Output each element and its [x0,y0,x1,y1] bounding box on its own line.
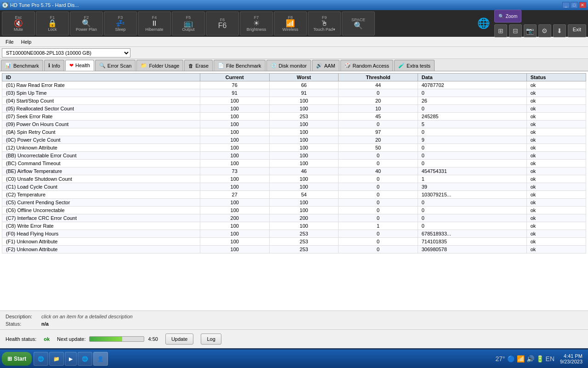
tab-benchmark[interactable]: 📊 Benchmark [1,60,43,71]
fkey-f5[interactable]: F5 📺 Output [172,12,205,35]
cell-data: 26 [418,97,526,105]
update-button[interactable]: Update [165,334,193,345]
fkey-f2[interactable]: F2 🔍 Power Plan [70,12,103,35]
fkey-f8[interactable]: F8 📶 Wireless [274,12,307,35]
cell-id: (03) Spin Up Time [2,89,200,97]
cell-threshold: 20 [339,97,418,105]
cell-data: 0 [418,160,526,167]
cell-current: 27 [200,191,269,199]
tab-folder-usage[interactable]: 📁 Folder Usage [136,60,183,71]
title-text: HD Tune Pro 5.75 - Hard Dis... [10,2,79,8]
cell-status: ok [526,167,586,175]
fkey-f4[interactable]: F4 ⏸ Hibernate [138,12,171,35]
cursor-btn[interactable]: ⚙ [538,24,551,37]
cell-current: 100 [200,113,269,121]
tab-erase[interactable]: 🗑 Erase [184,60,213,71]
table-row[interactable]: (05) Reallocated Sector Count 100 100 10… [2,105,586,113]
table-row[interactable]: (BB) Uncorrectable Error Count 100 100 0… [2,152,586,160]
fkey-f1[interactable]: F1 🔒 Lock [36,12,69,35]
table-row[interactable]: (C0) Unsafe Shutdown Count 100 100 0 1 o… [2,175,586,183]
drive-selector[interactable]: ST10000NE0008-2PL103 (10000 GB) [2,48,130,58]
tab-error-scan[interactable]: 🔍 Error Scan [95,60,136,71]
cell-id: (C5) Current Pending Sector [2,199,200,207]
tab-aam[interactable]: 🔊 AAM [312,60,339,71]
log-button[interactable]: Log [201,334,221,345]
table-row[interactable]: (C1) Load Cycle Count 100 100 0 39 ok [2,183,586,191]
header-status: Status [526,74,586,81]
table-row[interactable]: (07) Seek Error Rate 100 253 45 245285 o… [2,113,586,121]
cell-worst: 66 [269,81,339,89]
zoom-button[interactable]: 🔍 Zoom [494,10,522,23]
cell-threshold: 45 [339,113,418,121]
cell-data: 1 [418,175,526,183]
cell-threshold: 1 [339,222,418,230]
table-row[interactable]: (12) Unknown Attribute 100 100 50 0 ok [2,144,586,152]
taskbar-ie[interactable]: 🌐 [34,352,48,366]
taskbar-hdtune[interactable]: 👤 [93,352,108,366]
table-row[interactable]: (C8) Write Error Rate 100 100 1 0 ok [2,222,586,230]
fkey-bar: Esc 🔇 Mute F1 🔒 Lock F2 🔍 Power Plan F3 … [0,10,588,37]
table-row[interactable]: (F2) Unknown Attribute 100 253 0 3069805… [2,246,586,253]
tab-random-access[interactable]: 🎲 Random Access [340,60,393,71]
header-worst: Worst [269,74,339,81]
taskbar-chrome[interactable]: 🌐 [78,352,92,366]
tab-disk-monitor[interactable]: 💿 Disk monitor [266,60,311,71]
title-bar: 💽 HD Tune Pro 5.75 - Hard Dis... _ □ ✕ [0,0,588,10]
minimize-button[interactable]: _ [562,2,570,8]
download-btn[interactable]: ⬇ [553,24,566,37]
fkey-space[interactable]: SPACE 🔍 [342,12,375,35]
table-row[interactable]: (BC) Command Timeout 100 100 0 0 ok [2,160,586,167]
fkey-f7[interactable]: F7 ☀ Brightness [240,12,273,35]
taskbar-items: 🌐 📁 ▶ 🌐 👤 [34,352,108,366]
menu-file[interactable]: File [2,38,17,46]
fkey-f6[interactable]: F6 F6 [206,12,239,35]
taskbar-explorer[interactable]: 📁 [49,352,64,366]
tab-health[interactable]: ❤ Health [65,60,94,71]
table-row[interactable]: (F0) Head Flying Hours 100 253 0 6785189… [2,230,586,238]
app-icon: 💽 [2,2,8,8]
exit-button[interactable]: Exit [568,24,586,37]
battery-icon: 🔋 [536,355,544,362]
cell-worst: 100 [269,175,339,183]
table-row[interactable]: (0A) Spin Retry Count 100 100 97 0 ok [2,128,586,136]
fkey-esc[interactable]: Esc 🔇 Mute [2,12,35,35]
tab-extra-tests[interactable]: 🧪 Extra tests [394,60,435,71]
table-row[interactable]: (BE) Airflow Temperature 73 46 40 454754… [2,167,586,175]
cell-threshold: 97 [339,128,418,136]
camera-btn[interactable]: 📷 [524,24,537,37]
tab-file-benchmark[interactable]: 📄 File Benchmark [214,60,265,71]
taskbar-tray: 27° 🔵 📶 🔊 🔋 EN 4:41 PM 9/23/2023 [495,353,586,364]
table-row[interactable]: (09) Power On Hours Count 100 100 0 5 ok [2,121,586,128]
table-row[interactable]: (03) Spin Up Time 91 91 0 0 ok [2,89,586,97]
cell-data: 0 [418,89,526,97]
taskbar-media[interactable]: ▶ [65,352,77,366]
table-row[interactable]: (C7) Interface CRC Error Count 200 200 0… [2,214,586,222]
fkey-f3[interactable]: F3 💤 Sleep [104,12,137,35]
status-label: Status: [6,321,38,327]
table-row[interactable]: (C5) Current Pending Sector 100 100 0 0 … [2,199,586,207]
cell-status: ok [526,81,586,89]
cell-status: ok [526,214,586,222]
table-row[interactable]: (0C) Power Cycle Count 100 100 20 9 ok [2,136,586,144]
health-status-value: ok [44,336,50,342]
cell-worst: 100 [269,128,339,136]
cell-id: (C1) Load Cycle Count [2,183,200,191]
screenshot-btn-1[interactable]: ⊞ [494,24,507,37]
aam-icon: 🔊 [316,63,322,69]
cell-worst: 253 [269,113,339,121]
cell-threshold: 0 [339,160,418,167]
menu-help[interactable]: Help [17,38,35,46]
start-button[interactable]: ⊞ Start [2,352,32,366]
screenshot-btn-2[interactable]: ⊟ [509,24,522,37]
bluetooth-icon: 🔵 [507,355,515,362]
table-row[interactable]: (C2) Temperature 27 54 0 103079215... ok [2,191,586,199]
cell-id: (09) Power On Hours Count [2,121,200,128]
tab-info[interactable]: ℹ Info [44,60,64,71]
fkey-f9[interactable]: F9 🖱 Touch Pad▾ [308,12,341,35]
table-row[interactable]: (04) Start/Stop Count 100 100 20 26 ok [2,97,586,105]
close-button[interactable]: ✕ [579,2,586,8]
table-row[interactable]: (C6) Offline Uncorrectable 100 100 0 0 o… [2,207,586,214]
table-row[interactable]: (01) Raw Read Error Rate 76 66 44 407877… [2,81,586,89]
restore-button[interactable]: □ [571,2,578,8]
table-row[interactable]: (F1) Unknown Attribute 100 253 0 7141018… [2,238,586,246]
